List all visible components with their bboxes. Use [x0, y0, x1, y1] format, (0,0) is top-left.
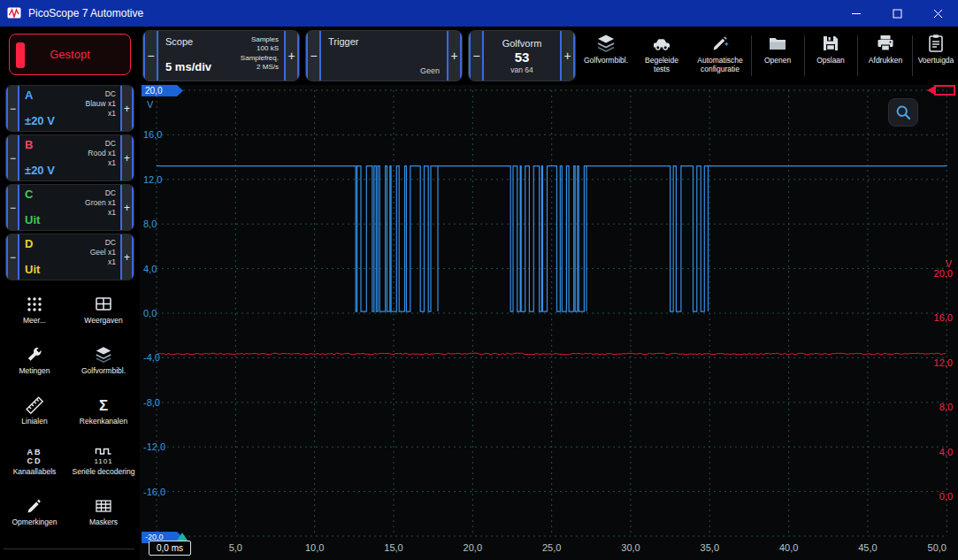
masks-button[interactable]: Maskers — [69, 487, 138, 537]
channel-b-scale-flag[interactable] — [934, 85, 955, 96]
channel-d-name: Geel x1 — [90, 248, 116, 257]
zoom-overview-button[interactable] — [888, 98, 918, 127]
channel-b-settings[interactable]: B DC Rood x1 x1 ±20 V — [19, 135, 120, 180]
left-panel: − A DC Blauw x1 x1 ±20 V + − B DC Rood x… — [0, 85, 140, 560]
channel-c-settings[interactable]: C DC Groen x1 x1 Uit — [19, 185, 120, 230]
waveform-library-button[interactable]: Golfvormbibl. — [579, 29, 632, 82]
sample-info: Samples 100 kS Samplefreq. 2 MS/s — [241, 35, 279, 73]
channel-d-panel: − D DC Geel x1 x1 Uit + — [5, 234, 134, 280]
svg-text:-16,0: -16,0 — [143, 487, 165, 497]
auto-setup-label: Automatische configuratie — [693, 57, 747, 74]
math-channels-button[interactable]: Σ Rekenkanalen — [69, 386, 138, 436]
channel-a-decrease-button[interactable]: − — [6, 86, 19, 131]
trigger-settings[interactable]: Trigger Geen — [321, 31, 447, 81]
channel-a-name: Blauw x1 — [86, 99, 117, 108]
print-label: Afdrukken — [869, 57, 902, 65]
channel-a-settings[interactable]: A DC Blauw x1 x1 ±20 V — [19, 86, 120, 131]
channel-a-increase-button[interactable]: + — [120, 86, 134, 131]
svg-text:12,0: 12,0 — [143, 174, 162, 185]
timebase-increase-button[interactable]: + — [284, 31, 299, 81]
minimize-icon — [852, 9, 862, 19]
channel-a-coupling: DC — [105, 89, 116, 98]
titlebar: PicoScope 7 Automotive — [0, 0, 958, 27]
waveform-next-button[interactable]: + — [560, 31, 575, 81]
notes-button[interactable]: Opmerkingen — [0, 487, 69, 537]
close-icon — [933, 9, 943, 19]
rulers-label: Linialen — [21, 418, 47, 426]
trigger-increase-button[interactable]: + — [447, 31, 462, 81]
library-icon — [594, 33, 617, 54]
svg-text:20,0: 20,0 — [934, 268, 953, 279]
ruler-icon — [25, 395, 44, 415]
channel-d-decrease-button[interactable]: − — [6, 234, 19, 280]
svg-text:Σ: Σ — [99, 397, 108, 414]
channel-a-letter: A — [25, 88, 33, 102]
left-axis-unit: V — [147, 99, 153, 110]
picoscope-window: PicoScope 7 Automotive Gestopt − Scope 5… — [0, 0, 958, 560]
measurements-button[interactable]: Metingen — [0, 335, 69, 386]
channel-b-decrease-button[interactable]: − — [6, 135, 19, 180]
masks-label: Maskers — [89, 518, 118, 527]
waveform-title: Golfvorm — [502, 38, 542, 49]
time-zero-marker[interactable] — [177, 533, 188, 541]
timebase-settings[interactable]: Scope 5 ms/div Samples 100 kS Samplefreq… — [158, 31, 284, 81]
trigger-title: Trigger — [328, 36, 358, 47]
channel-d-settings[interactable]: D DC Geel x1 x1 Uit — [19, 234, 120, 280]
channel-c-decrease-button[interactable]: − — [6, 185, 19, 230]
print-button[interactable]: Afdrukken — [859, 29, 912, 82]
trigger-mode-value: Geen — [420, 66, 440, 75]
masks-icon — [94, 496, 113, 516]
more-button[interactable]: Meer... — [0, 285, 69, 335]
right-axis-unit: V — [946, 258, 952, 269]
views-button[interactable]: Weergaven — [69, 285, 138, 335]
channel-c-increase-button[interactable]: + — [120, 185, 134, 230]
waveform-previous-button[interactable]: − — [469, 31, 484, 81]
channel-labels-icon: AB CD — [25, 446, 44, 465]
guided-tests-button[interactable]: Begeleide tests — [634, 29, 689, 82]
channel-a-probe: x1 — [108, 109, 116, 118]
waveform-index[interactable]: Golfvorm 53 van 64 — [484, 31, 560, 81]
svg-text:0,0: 0,0 — [143, 308, 157, 318]
samples-value: 100 kS — [241, 44, 279, 53]
channel-b-increase-button[interactable]: + — [120, 135, 134, 180]
channel-labels-button[interactable]: AB CD Kanaallabels — [0, 436, 69, 487]
channel-b-panel: − B DC Rood x1 x1 ±20 V + — [5, 134, 134, 181]
library-icon — [94, 345, 113, 364]
svg-text:1101: 1101 — [94, 457, 112, 465]
trigger-decrease-button[interactable]: − — [306, 31, 321, 81]
start-stop-button[interactable]: Gestopt — [9, 34, 131, 75]
close-button[interactable] — [917, 0, 958, 27]
svg-text:CD: CD — [27, 456, 42, 465]
open-button[interactable]: Openen — [753, 29, 802, 82]
vehicle-data-button[interactable]: Voertuigda — [914, 29, 958, 82]
svg-text:30,0: 30,0 — [621, 542, 640, 553]
more-grid-icon — [25, 295, 44, 314]
waveform-number: 53 — [515, 50, 530, 65]
channel-d-increase-button[interactable]: + — [120, 234, 134, 280]
samples-label: Samples — [241, 35, 279, 44]
minimize-button[interactable] — [836, 0, 877, 27]
channel-d-coupling: DC — [105, 238, 116, 247]
channel-b-coupling: DC — [105, 139, 116, 148]
auto-setup-button[interactable]: Automatische configuratie — [691, 29, 749, 82]
svg-text:10,0: 10,0 — [305, 542, 324, 553]
toolbar: Gestopt − Scope 5 ms/div Samples 100 kS … — [0, 27, 958, 85]
guided-tests-label: Begeleide tests — [636, 57, 687, 74]
rulers-button[interactable]: Linialen — [0, 386, 69, 436]
stop-indicator-icon — [16, 42, 25, 68]
open-label: Openen — [764, 57, 791, 65]
svg-text:8,0: 8,0 — [143, 219, 157, 229]
wand-icon — [709, 33, 732, 54]
channel-a-range: ±20 V — [25, 114, 55, 127]
channel-a-top-scale-flag[interactable]: 20,0 — [142, 85, 183, 96]
waveform-count: van 64 — [510, 65, 533, 74]
svg-text:35,0: 35,0 — [701, 542, 719, 553]
timebase-decrease-button[interactable]: − — [143, 31, 158, 81]
serial-decoding-button[interactable]: 1101 Seriële decodering — [69, 436, 138, 487]
channel-d-letter: D — [25, 237, 33, 250]
maximize-button[interactable] — [877, 0, 917, 27]
save-button[interactable]: Opslaan — [806, 29, 855, 82]
channel-b-range: ±20 V — [25, 164, 55, 177]
sidebar-waveform-library-button[interactable]: Golfvormbibl. — [69, 335, 138, 386]
scope-plot[interactable]: 16,012,08,04,00,0-4,0-8,0-12,0-16,020,01… — [140, 85, 958, 560]
